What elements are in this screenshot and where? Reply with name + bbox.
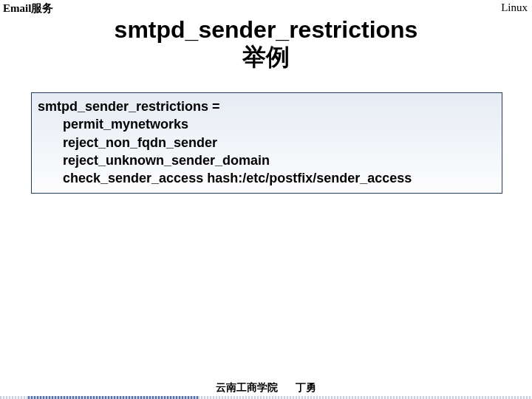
footer-author: 丁勇 xyxy=(296,382,316,393)
config-entry: permit_mynetworks xyxy=(38,115,496,133)
title-line-2: 举例 xyxy=(242,44,290,70)
config-entry: reject_unknown_sender_domain xyxy=(38,151,496,169)
config-lead: smtpd_sender_restrictions = xyxy=(38,98,496,115)
footer-text: 云南工商学院丁勇 xyxy=(0,381,532,395)
title-line-1: smtpd_sender_restrictions xyxy=(115,16,418,43)
footer-org: 云南工商学院 xyxy=(216,382,278,393)
slide: Email服务 Linux smtpd_sender_restrictions … xyxy=(0,0,532,399)
header-right: Linux xyxy=(501,1,528,14)
footer-decoration-accent xyxy=(28,396,198,399)
config-box: smtpd_sender_restrictions = permit_mynet… xyxy=(31,92,502,194)
header-left: Email服务 xyxy=(3,1,53,16)
slide-title: smtpd_sender_restrictions 举例 xyxy=(0,16,532,71)
config-entry: reject_non_fqdn_sender xyxy=(38,134,496,151)
config-entry: check_sender_access hash:/etc/postfix/se… xyxy=(38,169,496,187)
